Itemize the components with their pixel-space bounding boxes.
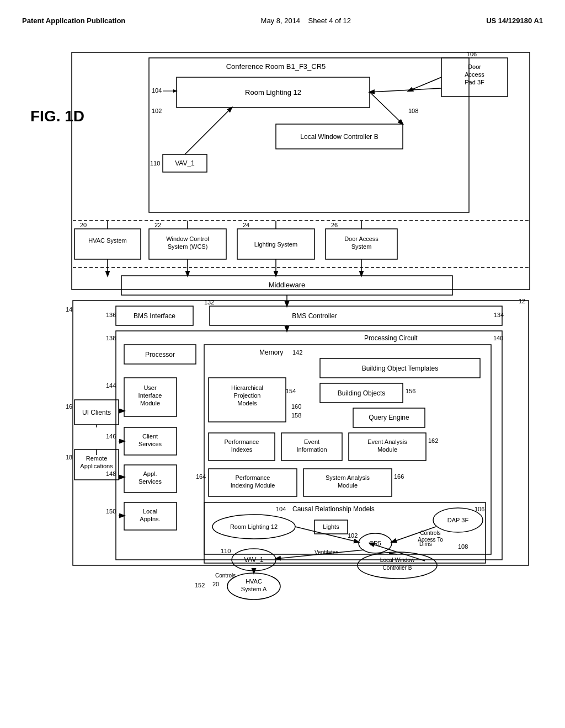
svg-text:Processor: Processor (145, 351, 175, 358)
svg-text:158: 158 (291, 412, 301, 419)
svg-text:110: 110 (221, 548, 231, 554)
svg-text:144: 144 (106, 382, 116, 389)
svg-text:Indexing Module: Indexing Module (231, 482, 275, 489)
svg-text:Building Objects: Building Objects (338, 389, 386, 397)
svg-text:108: 108 (408, 108, 418, 114)
svg-text:Appl.: Appl. (143, 470, 157, 477)
svg-text:Applications: Applications (80, 463, 113, 469)
svg-text:Processing Circuit: Processing Circuit (364, 334, 418, 342)
svg-text:Indexes: Indexes (231, 446, 253, 453)
svg-text:162: 162 (428, 437, 438, 444)
svg-text:Event Analysis: Event Analysis (367, 438, 407, 445)
svg-text:Room Lighting 12: Room Lighting 12 (230, 523, 278, 530)
svg-text:System: System (351, 243, 372, 250)
svg-rect-21 (74, 229, 141, 259)
svg-text:AppIns.: AppIns. (140, 516, 160, 522)
svg-text:User: User (143, 384, 157, 391)
svg-text:136: 136 (106, 312, 116, 318)
svg-text:Controls: Controls (215, 572, 236, 579)
svg-text:Hierarchical: Hierarchical (231, 384, 263, 391)
svg-text:System (WCS): System (WCS) (168, 243, 208, 250)
svg-text:12: 12 (519, 298, 525, 304)
svg-text:Conference Room B1_F3_CR5: Conference Room B1_F3_CR5 (226, 62, 326, 71)
svg-text:Models: Models (237, 400, 257, 406)
svg-text:Services: Services (138, 478, 162, 485)
svg-text:104: 104 (276, 506, 286, 512)
header-right: US 14/129180 A1 (486, 17, 543, 25)
svg-text:26: 26 (331, 222, 338, 228)
svg-text:Access: Access (465, 71, 484, 78)
svg-text:104: 104 (152, 87, 162, 94)
svg-text:Services: Services (138, 441, 162, 447)
svg-text:Door: Door (468, 63, 481, 70)
svg-text:BMS Controller: BMS Controller (292, 312, 337, 320)
svg-text:164: 164 (196, 473, 206, 480)
svg-text:148: 148 (106, 470, 116, 477)
svg-rect-44 (210, 306, 502, 325)
header-sheet: Sheet 4 of 12 (308, 17, 351, 25)
svg-text:Lights: Lights (323, 523, 339, 530)
svg-text:UI Clients: UI Clients (82, 409, 111, 416)
svg-text:Client: Client (142, 433, 158, 440)
svg-line-155 (370, 88, 441, 92)
svg-text:110: 110 (150, 160, 160, 167)
svg-text:154: 154 (286, 388, 296, 394)
svg-text:Performance: Performance (236, 474, 270, 481)
svg-text:18: 18 (66, 454, 72, 461)
svg-text:108: 108 (458, 543, 468, 550)
svg-text:Local: Local (143, 508, 157, 515)
svg-text:20: 20 (80, 222, 87, 228)
header-left: Patent Application Publication (22, 17, 125, 25)
svg-text:160: 160 (291, 403, 301, 410)
svg-text:Local Window: Local Window (380, 557, 415, 563)
svg-text:106: 106 (467, 51, 477, 57)
svg-text:Causal Relationship Models: Causal Relationship Models (292, 505, 375, 513)
svg-text:156: 156 (406, 388, 415, 394)
svg-text:Window Control: Window Control (166, 235, 209, 242)
svg-text:132: 132 (204, 299, 214, 306)
svg-text:Lighting System: Lighting System (254, 241, 297, 248)
svg-text:16: 16 (66, 403, 72, 410)
svg-text:152: 152 (195, 582, 205, 588)
svg-text:Query Engine: Query Engine (369, 414, 409, 421)
svg-text:Module: Module (140, 400, 160, 406)
svg-text:14: 14 (66, 306, 72, 313)
svg-text:DAP 3F: DAP 3F (447, 517, 469, 523)
svg-line-154 (370, 92, 403, 124)
svg-text:Building Object Templates: Building Object Templates (362, 365, 439, 372)
svg-text:102: 102 (152, 108, 162, 114)
svg-text:BMS Interface: BMS Interface (134, 312, 175, 320)
svg-text:Projection: Projection (234, 392, 261, 399)
svg-text:HVAC System: HVAC System (88, 237, 126, 244)
svg-text:Interface: Interface (138, 392, 162, 399)
svg-text:Room Lighting 12: Room Lighting 12 (245, 88, 301, 97)
svg-text:150: 150 (106, 508, 116, 515)
svg-text:24: 24 (243, 222, 249, 228)
svg-text:Performance: Performance (225, 438, 259, 445)
svg-text:Memory: Memory (259, 349, 283, 356)
header-center: May 8, 2014 Sheet 4 of 12 (261, 17, 351, 25)
svg-text:22: 22 (154, 222, 161, 228)
svg-text:Dims: Dims (419, 541, 432, 547)
svg-text:146: 146 (106, 433, 116, 440)
svg-text:134: 134 (494, 312, 504, 318)
svg-line-156 (185, 108, 232, 154)
svg-text:Local Window Controller B: Local Window Controller B (300, 133, 378, 141)
svg-text:Door Access: Door Access (344, 235, 379, 242)
page: Patent Application Publication May 8, 20… (0, 0, 565, 728)
svg-text:138: 138 (106, 335, 116, 341)
svg-text:102: 102 (348, 532, 358, 539)
svg-text:Pad 3F: Pad 3F (465, 79, 484, 85)
svg-text:142: 142 (292, 349, 302, 356)
svg-text:Event: Event (304, 438, 319, 445)
page-header: Patent Application Publication May 8, 20… (22, 11, 543, 36)
svg-text:Information: Information (296, 446, 327, 453)
header-date: May 8, 2014 (261, 17, 301, 25)
svg-text:Module: Module (377, 446, 397, 453)
svg-text:VAV_1: VAV_1 (244, 556, 264, 564)
svg-text:HVAC: HVAC (246, 578, 262, 585)
svg-text:166: 166 (394, 473, 404, 480)
svg-text:Controller B: Controller B (383, 565, 412, 571)
diagram-svg: Door Access Pad 3F 106 Conference Room B… (22, 47, 552, 681)
svg-text:System A: System A (241, 586, 267, 592)
